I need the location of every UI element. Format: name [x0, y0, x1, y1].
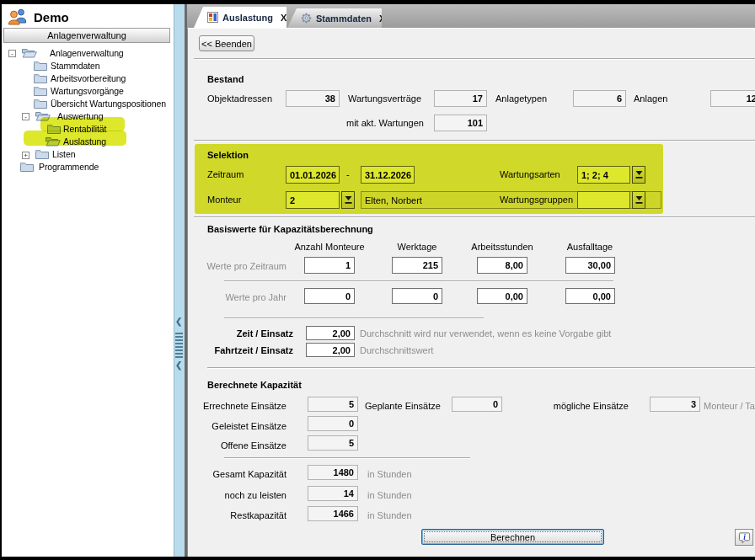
sidebar-item-wartungsvorgaenge[interactable]: Wartungsvorgänge: [51, 86, 124, 96]
restkapazitaet-unit: in Stunden: [367, 510, 412, 520]
sidebar-item-stammdaten[interactable]: Stammdaten: [51, 61, 100, 71]
separator: [224, 457, 470, 459]
dropdown-arrow-icon: [635, 195, 643, 205]
sidebar-item-auswertung[interactable]: Auswertung: [57, 111, 103, 121]
jahr-monteure-input[interactable]: 0: [304, 288, 355, 304]
zeit-einsatz-input[interactable]: 2,00: [306, 326, 355, 340]
restkapazitaet-label: Restkapazität: [160, 510, 286, 520]
tree-expander[interactable]: -: [8, 50, 16, 57]
col-arbeitsstunden: Arbeitsstunden: [460, 242, 544, 252]
zeitraum-label: Zeitraum: [207, 169, 244, 179]
wartungsarten-label: Wartungsarten: [500, 169, 560, 179]
offene-einsaetze-field: 5: [308, 435, 358, 451]
mit-akt-wartungen-label: mit akt. Wartungen: [346, 118, 424, 128]
close-icon[interactable]: X: [281, 13, 286, 23]
errechnete-einsaetze-field: 5: [308, 397, 358, 412]
users-icon: [7, 8, 29, 25]
help-button[interactable]: i: [735, 529, 753, 546]
anlagetypen-field: 6: [573, 90, 626, 107]
noch-zu-leisten-label: noch zu leisten: [160, 490, 286, 500]
tab-strip: Auslastung X Stammdaten X: [187, 4, 755, 28]
sidebar-item-listen[interactable]: Listen: [52, 149, 75, 159]
moegliche-einsaetze-hint: Monteur / Tag: [704, 401, 755, 411]
berechnen-button[interactable]: Berechnen: [421, 529, 604, 545]
folder-icon: [34, 73, 47, 83]
folder-icon: [47, 124, 61, 134]
noch-zu-leisten-field: 14: [308, 486, 358, 501]
col-anzahl-monteure: Anzahl Monteure: [287, 242, 372, 252]
moegliche-einsaetze-field: 3: [650, 397, 700, 412]
gesamt-kapazitaet-unit: in Stunden: [367, 469, 412, 479]
separator: [194, 140, 755, 141]
sidebar-header: Anlagenverwaltung: [3, 28, 170, 43]
close-icon[interactable]: X: [379, 13, 385, 24]
tab-label: Stammdaten: [316, 13, 372, 24]
zeitraum-bis-input[interactable]: 31.12.2026: [361, 166, 415, 184]
anlagetypen-label: Anlagetypen: [495, 93, 547, 104]
wartungsvertraege-field: 17: [434, 90, 487, 107]
geplante-einsaetze-label: Geplante Einsätze: [365, 401, 441, 411]
sidebar-item-arbeitsvorbereitung[interactable]: Arbeitsvorbereitung: [51, 73, 126, 83]
wartungsgruppen-label: Wartungsgruppen: [500, 195, 573, 205]
wartungsgruppen-input[interactable]: [577, 191, 630, 209]
app-title: Demo: [34, 10, 69, 24]
monteur-label: Monteur: [207, 195, 241, 205]
col-werktage: Werktage: [375, 242, 459, 252]
zeitraum-werktage-input[interactable]: 215: [392, 257, 442, 274]
section-heading-bestand: Bestand: [207, 74, 244, 84]
mit-akt-wartungen-field: 101: [434, 115, 487, 131]
separator: [194, 58, 755, 60]
noch-zu-leisten-unit: in Stunden: [367, 490, 412, 500]
folder-open-icon: [35, 110, 51, 121]
werte-pro-jahr-label: Werte pro Jahr: [160, 292, 286, 302]
fahrtzeit-einsatz-input[interactable]: 2,00: [306, 343, 355, 357]
jahr-arbeitsstunden-input[interactable]: 0,00: [477, 288, 527, 304]
folder-icon: [34, 99, 47, 109]
anlagen-label: Anlagen: [634, 93, 667, 104]
jahr-ausfalltage-input[interactable]: 0,00: [565, 288, 615, 304]
errechnete-einsaetze-label: Errechnete Einsätze: [160, 401, 286, 411]
gear-icon: [301, 13, 312, 24]
geplante-einsaetze-field: 0: [452, 397, 502, 412]
tree-expander[interactable]: -: [22, 113, 29, 120]
zeit-einsatz-hint: Durchschnitt wird nur verwendet, wenn es…: [360, 328, 611, 339]
sidebar-item-programmende[interactable]: Programmende: [39, 162, 99, 172]
dropdown-arrow-icon: [635, 170, 643, 179]
wartungsgruppen-dropdown-button[interactable]: [632, 191, 645, 209]
objektadressen-field: 38: [286, 90, 340, 107]
sidebar-item-anlagenverwaltung[interactable]: Anlagenverwaltung: [50, 48, 124, 58]
collapse-chevron-icon[interactable]: ❮: [175, 360, 184, 371]
sidebar: Demo Anlagenverwaltung - Anlagenverwaltu…: [2, 4, 174, 557]
beenden-button[interactable]: << Beenden: [199, 35, 254, 51]
sidebar-item-auslastung[interactable]: Auslastung: [63, 136, 106, 147]
jahr-werktage-input[interactable]: 0: [392, 288, 442, 304]
monteur-dropdown-button[interactable]: [341, 191, 355, 209]
wartungsarten-dropdown-button[interactable]: [632, 166, 645, 184]
section-heading-selektion: Selektion: [207, 150, 249, 160]
zeitraum-von-input[interactable]: 01.01.2026: [286, 166, 340, 184]
collapse-chevron-icon[interactable]: ❮: [175, 317, 184, 327]
offene-einsaetze-label: Offene Einsätze: [160, 440, 286, 451]
tab-stammdaten[interactable]: Stammdaten X: [287, 8, 382, 28]
restkapazitaet-field: 1466: [308, 506, 358, 521]
folder-icon: [35, 149, 49, 159]
tree-expander[interactable]: +: [22, 152, 29, 159]
zeitraum-arbeitsstunden-input[interactable]: 8,00: [477, 257, 527, 274]
app-window: Demo Anlagenverwaltung - Anlagenverwaltu…: [0, 0, 755, 560]
sidebar-item-uebersicht-wartungspositionen[interactable]: Übersicht Wartungspositionen: [51, 99, 166, 109]
moegliche-einsaetze-label: mögliche Einsätze: [522, 401, 629, 411]
separator: [224, 280, 613, 282]
tab-auslastung[interactable]: Auslastung X: [194, 7, 286, 28]
folder-icon: [34, 61, 47, 71]
geleistet-einsaetze-label: Geleistet Einsätze: [160, 421, 286, 431]
folder-open-icon: [22, 47, 37, 58]
zeitraum-ausfalltage-input[interactable]: 30,00: [565, 257, 615, 274]
zeitraum-monteure-input[interactable]: 1: [304, 257, 355, 274]
monteur-input[interactable]: 2: [286, 191, 340, 209]
wartungsvertraege-label: Wartungsverträge: [348, 93, 421, 104]
objektadressen-label: Objektadressen: [207, 93, 272, 104]
sidebar-item-rentabilitaet[interactable]: Rentabilität: [63, 124, 106, 134]
separator: [224, 317, 484, 319]
wartungsarten-input[interactable]: 1; 2; 4: [577, 166, 630, 184]
section-heading-kapazitaet: Berechnete Kapazität: [207, 380, 302, 390]
